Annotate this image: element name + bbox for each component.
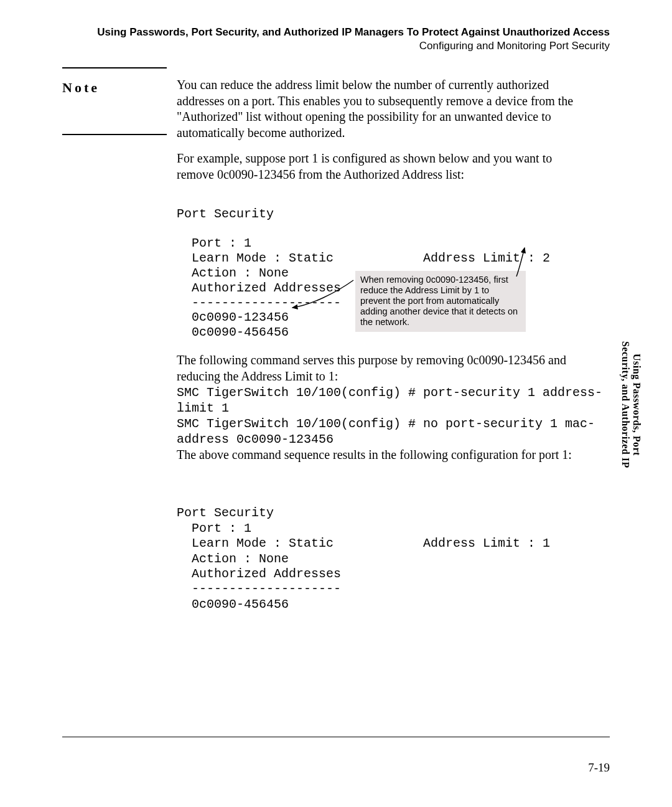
note-rule-bottom <box>62 134 167 135</box>
command-block: SMC TigerSwitch 10/100(config) # port-se… <box>177 385 589 447</box>
fig2-action: Action : None <box>177 552 289 566</box>
fig1-title: Port Security <box>177 207 274 221</box>
fig1-auth-divider: -------------------- <box>177 296 341 310</box>
example-intro-paragraph: For example, suppose port 1 is configure… <box>177 151 589 182</box>
code-line-1: SMC TigerSwitch 10/100(config) # port-se… <box>177 385 602 400</box>
fig1-port: Port : 1 <box>177 236 251 250</box>
fig1-action: Action : None <box>177 266 289 280</box>
code-line-4: address 0c0090-123456 <box>177 432 334 446</box>
fig1-auth-header: Authorized Addresses <box>177 281 341 295</box>
fig1-addr2: 0c0090-456456 <box>177 325 289 339</box>
page-header: Using Passwords, Port Security, and Auth… <box>62 26 610 52</box>
fig1-learn-mode: Learn Mode : Static Address Limit : 2 <box>177 251 550 265</box>
note-label: Note <box>62 80 100 96</box>
side-tab-line2: Security, and Authorized IP <box>620 341 631 468</box>
side-tab-line1: Using Passwords, Port <box>632 354 642 456</box>
command-intro-paragraph: The following command serves this purpos… <box>177 352 589 384</box>
header-subtitle: Configuring and Monitoring Port Security <box>62 40 610 52</box>
note-paragraph: You can reduce the address limit below t… <box>177 77 589 141</box>
port-security-figure-2: Port Security Port : 1 Learn Mode : Stat… <box>177 491 575 612</box>
code-line-3: SMC TigerSwitch 10/100(config) # no port… <box>177 417 595 431</box>
fig2-addr1: 0c0090-456456 <box>177 597 289 611</box>
fig2-learn-mode: Learn Mode : Static Address Limit : 1 <box>177 536 550 550</box>
footer-rule <box>62 737 610 737</box>
fig2-port: Port : 1 <box>177 521 251 536</box>
page-number: 7-19 <box>588 761 610 775</box>
fig2-title: Port Security <box>177 506 274 520</box>
side-tab: Using Passwords, Port Security, and Auth… <box>620 341 642 468</box>
fig2-auth-header: Authorized Addresses <box>177 567 341 581</box>
callout-note: When removing 0c0090-123456, first reduc… <box>355 271 526 332</box>
fig2-auth-divider: -------------------- <box>177 582 341 596</box>
note-rule-top <box>62 67 167 68</box>
page: Using Passwords, Port Security, and Auth… <box>0 0 672 807</box>
result-paragraph: The above command sequence results in th… <box>177 447 589 463</box>
header-title: Using Passwords, Port Security, and Auth… <box>62 26 610 39</box>
code-line-2: limit 1 <box>177 401 229 415</box>
fig1-addr1: 0c0090-123456 <box>177 310 289 324</box>
